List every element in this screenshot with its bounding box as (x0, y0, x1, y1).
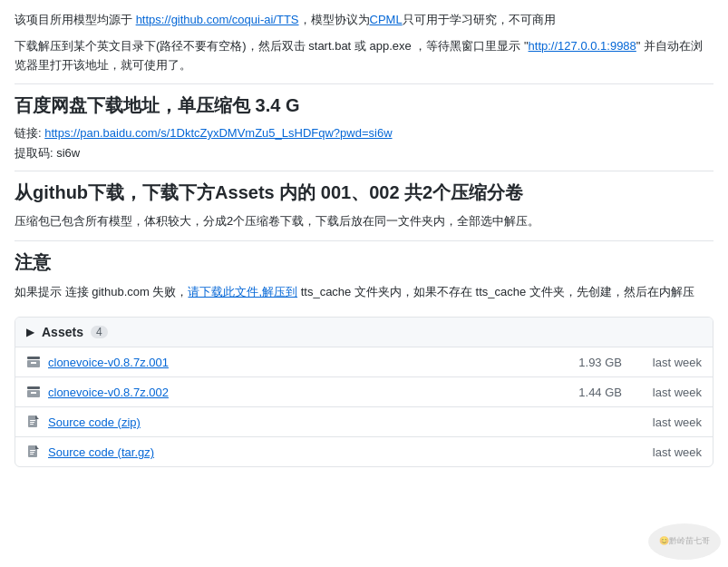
svg-rect-3 (27, 386, 40, 389)
svg-rect-5 (31, 392, 36, 394)
svg-rect-2 (31, 362, 36, 364)
cache-text: tts_cache 文件夹内，如果不存在 tts_cache 文件夹，先创建，然… (297, 285, 694, 298)
svg-rect-13 (30, 454, 34, 455)
asset-link[interactable]: clonevoice-v0.8.7z.002 (48, 386, 542, 399)
watermark: 😊 黔岭苗七哥 (648, 523, 721, 560)
asset-date: last week (629, 415, 702, 429)
asset-row: Source code (tar.gz)last week (15, 437, 713, 466)
svg-rect-8 (30, 422, 34, 423)
divider-3 (15, 240, 713, 241)
divider-1 (15, 83, 713, 84)
asset-link[interactable]: Source code (tar.gz) (48, 445, 542, 459)
archive-icon (26, 355, 41, 369)
note-heading: 注意 (15, 250, 713, 275)
source-code-icon (26, 445, 41, 459)
asset-row: clonevoice-v0.8.7z.0011.93 GBlast week (15, 347, 713, 377)
assets-header: ▶ Assets 4 (15, 318, 713, 347)
svg-rect-7 (30, 420, 35, 421)
svg-rect-11 (30, 450, 35, 451)
github-heading: 从github下载，下载下方Assets 内的 001、002 共2个压缩分卷 (15, 181, 713, 205)
watermark-text: 😊 黔岭苗七哥 (648, 523, 721, 560)
asset-link[interactable]: Source code (zip) (48, 415, 542, 429)
intro-line1-suffix: 只可用于学习研究，不可商用 (403, 13, 556, 26)
cpml-link[interactable]: CPML (370, 13, 403, 26)
assets-section: ▶ Assets 4 clonevoice-v0.8.7z.0011.93 GB… (15, 317, 713, 467)
asset-size: 1.44 GB (549, 386, 622, 399)
source-code-icon (26, 415, 41, 429)
svg-rect-0 (27, 357, 40, 359)
asset-size: 1.93 GB (549, 356, 622, 369)
localhost-link[interactable]: http://127.0.0.1:9988 (529, 39, 636, 53)
assets-count: 4 (91, 326, 108, 338)
asset-link[interactable]: clonevoice-v0.8.7z.001 (48, 356, 542, 369)
baidu-link-line: 链接: https://pan.baidu.com/s/1DktcZyxDMVm… (15, 125, 713, 142)
baidu-code: 提取码: si6w (15, 145, 713, 161)
assets-title: Assets (42, 325, 83, 339)
asset-date: last week (629, 445, 702, 459)
asset-date: last week (629, 386, 702, 399)
coqui-link[interactable]: https://github.com/coqui-ai/TTS (136, 13, 299, 26)
intro-line2: 下载解压到某个英文目录下(路径不要有空格)，然后双击 start.bat 或 a… (15, 37, 713, 75)
divider-2 (15, 171, 713, 171)
baidu-heading: 百度网盘下载地址，单压缩包 3.4 G (15, 93, 713, 118)
assets-list: clonevoice-v0.8.7z.0011.93 GBlast week c… (15, 347, 713, 466)
page-container: 该项目所用模型均源于 https://github.com/coqui-ai/T… (0, 0, 728, 478)
baidu-link[interactable]: https://pan.baidu.com/s/1DktcZyxDMVmZu5_… (44, 126, 392, 140)
asset-date: last week (629, 356, 702, 369)
github-desc: 压缩包已包含所有模型，体积较大，分成2个压缩卷下载，下载后放在同一文件夹内，全部… (15, 212, 713, 231)
tts-cache-download-link[interactable]: 请下载此文件,解压到 (188, 285, 297, 298)
intro-line1: 该项目所用模型均源于 https://github.com/coqui-ai/T… (15, 11, 713, 30)
svg-rect-12 (30, 452, 34, 453)
asset-row: clonevoice-v0.8.7z.0021.44 GBlast week (15, 377, 713, 407)
assets-toggle[interactable]: ▶ (26, 326, 34, 338)
asset-row: Source code (zip)last week (15, 407, 713, 437)
svg-rect-9 (30, 424, 34, 425)
note-text: 如果提示 连接 github.com 失败，请下载此文件,解压到 tts_cac… (15, 282, 713, 302)
note-body: 如果提示 连接 github.com 失败，请下载此文件,解压到 tts_cac… (15, 282, 713, 302)
archive-icon (26, 385, 41, 399)
